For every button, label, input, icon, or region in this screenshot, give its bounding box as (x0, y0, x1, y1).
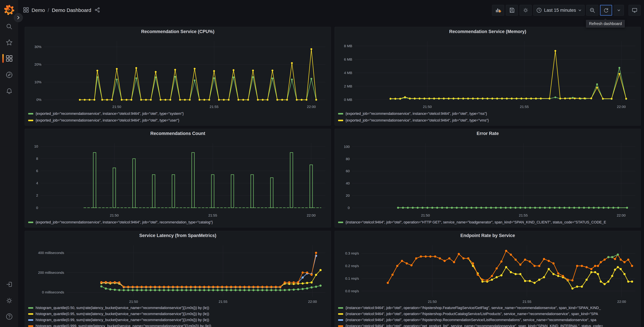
active-nav-indicator (2, 54, 4, 63)
legend-item[interactable]: histogram_quantile(0.999, sum(rate(laten… (28, 323, 329, 327)
svg-text:400 milliseconds: 400 milliseconds (38, 251, 64, 255)
legend-swatch (28, 120, 33, 121)
legend-label: {exported_job="recommendationservice", i… (346, 118, 489, 122)
breadcrumb-current-page: Demo Dashboard (52, 8, 91, 13)
refresh-dashboard-button[interactable] (600, 5, 612, 16)
alerting-bell-icon[interactable] (5, 87, 13, 95)
svg-text:22:00: 22:00 (308, 300, 317, 304)
panel-title[interactable]: Service Latency (from SpanMetrics) (25, 233, 331, 238)
refresh-icon (603, 8, 609, 13)
cycle-view-mode-button[interactable] (628, 5, 641, 16)
svg-text:200 milliseconds: 200 milliseconds (38, 270, 64, 274)
svg-text:21:55: 21:55 (210, 105, 218, 108)
search-icon[interactable] (5, 23, 13, 30)
cpu-chart[interactable]: 21:5021:5522:000%10%20%30% (26, 36, 330, 110)
svg-text:21:50: 21:50 (129, 300, 138, 304)
dashboards-breadcrumb-icon[interactable] (23, 7, 29, 14)
panel-title[interactable]: Recommendation Service (CPU%) (25, 29, 331, 34)
chevron-down-icon (617, 8, 621, 12)
svg-text:10: 10 (34, 144, 38, 148)
grafana-logo[interactable] (4, 4, 15, 16)
svg-text:0%: 0% (36, 98, 42, 102)
svg-text:6 MB: 6 MB (344, 58, 352, 61)
legend-label: histogram_quantile(0.99, sum(rate(latenc… (36, 318, 209, 322)
panel-endpoint-rate: Endpoint Rate by Service 21:5021:5522:00… (334, 231, 641, 327)
svg-text:100: 100 (344, 145, 350, 148)
svg-text:21:50: 21:50 (423, 105, 432, 108)
svg-text:8 MB: 8 MB (344, 44, 352, 48)
legend-label: {instance="otelcol:9464", job="otel", op… (346, 324, 603, 327)
panel-title[interactable]: Endpoint Rate by Service (335, 233, 641, 238)
svg-text:20: 20 (346, 194, 350, 198)
memory-chart[interactable]: 21:5021:5522:000 MB2 MB4 MB6 MB8 MB (336, 36, 640, 110)
panel-title[interactable]: Recommendation Service (Memory) (335, 29, 641, 34)
admin-gear-icon[interactable] (5, 297, 13, 304)
svg-text:0 MB: 0 MB (344, 98, 352, 102)
legend-label: {instance="otelcol:9464", job="otel", op… (346, 312, 598, 316)
legend-item[interactable]: histogram_quantile(0.99, sum(rate(latenc… (28, 317, 329, 323)
panel-title[interactable]: Error Rate (335, 131, 641, 136)
svg-text:21:55: 21:55 (519, 213, 528, 217)
time-range-picker[interactable]: Last 15 minutes (533, 5, 584, 16)
legend-swatch (28, 319, 33, 321)
help-icon[interactable] (5, 313, 13, 320)
recommendations-count-chart[interactable]: 21:5021:5522:000246810 (26, 138, 330, 218)
legend-item[interactable]: histogram_quantile(0.50, sum(rate(latenc… (28, 305, 329, 311)
dashboards-grid-icon[interactable] (5, 54, 13, 62)
explore-compass-icon[interactable] (5, 71, 13, 79)
svg-text:22:00: 22:00 (307, 213, 316, 217)
expand-sidebar-button[interactable] (14, 13, 23, 22)
legend-swatch (338, 313, 343, 315)
svg-text:0 milliseconds: 0 milliseconds (42, 290, 64, 294)
refresh-interval-dropdown[interactable] (614, 5, 624, 16)
sidebar (0, 0, 18, 327)
svg-text:0.2 req/s: 0.2 req/s (345, 264, 359, 268)
legend-item[interactable]: {instance="otelcol:9464", job="otel", op… (338, 317, 639, 323)
svg-text:4: 4 (36, 181, 38, 185)
panel-error-rate: Error Rate 21:5021:5522:00020406080100 {… (334, 129, 641, 228)
legend-item[interactable]: {instance="otelcol:9464", job="otel", op… (338, 305, 639, 311)
legend-item[interactable]: {exported_job="recommendationservice", i… (28, 219, 329, 226)
legend-label: histogram_quantile(0.999, sum(rate(laten… (36, 324, 211, 327)
svg-text:8: 8 (36, 156, 38, 160)
legend-item[interactable]: {instance="otelcol:9464", job="otel", op… (338, 323, 639, 327)
legend-item[interactable]: {exported_job="recommendationservice", i… (28, 117, 329, 124)
dashboard-settings-button[interactable] (520, 5, 532, 16)
legend-item[interactable]: {exported_job="recommendationservice", i… (338, 117, 639, 124)
zoom-out-button[interactable] (586, 5, 598, 16)
svg-text:22:00: 22:00 (617, 213, 626, 217)
breadcrumb-root-link[interactable]: Demo (32, 8, 45, 13)
save-dashboard-button[interactable] (506, 5, 518, 16)
svg-text:20%: 20% (34, 62, 42, 66)
share-dashboard-icon[interactable] (95, 7, 100, 13)
legend-swatch (28, 222, 33, 223)
panel-legend: {exported_job="recommendationservice", i… (28, 219, 329, 226)
legend-swatch (28, 113, 33, 114)
svg-text:2 MB: 2 MB (344, 84, 352, 88)
legend-item[interactable]: {instance="otelcol:9464", job="otel", op… (338, 219, 639, 226)
error-rate-chart[interactable]: 21:5021:5522:00020406080100 (336, 138, 640, 218)
legend-item[interactable]: {instance="otelcol:9464", job="otel", op… (338, 311, 639, 317)
legend-swatch (338, 222, 343, 223)
add-panel-button[interactable] (492, 5, 504, 16)
legend-label: histogram_quantile(0.50, sum(rate(latenc… (36, 306, 209, 310)
legend-item[interactable]: {exported_job="recommendationservice", i… (338, 110, 639, 117)
panel-title[interactable]: Recommendations Count (25, 131, 331, 136)
legend-swatch (28, 325, 33, 327)
legend-swatch (338, 120, 343, 121)
endpoint-rate-chart[interactable]: 21:5021:5522:000.0 req/s0.1 req/s0.2 req… (336, 240, 640, 304)
sign-in-icon[interactable] (5, 280, 13, 288)
svg-text:21:50: 21:50 (421, 213, 430, 217)
svg-text:0: 0 (348, 206, 350, 210)
svg-text:40: 40 (346, 181, 350, 185)
legend-swatch (338, 113, 343, 114)
svg-text:30%: 30% (34, 45, 42, 49)
panel-legend: {instance="otelcol:9464", job="otel", op… (338, 305, 639, 327)
legend-label: {exported_job="recommendationservice", i… (36, 220, 213, 224)
legend-swatch (28, 307, 33, 309)
service-latency-chart[interactable]: 21:5021:5522:000 milliseconds200 millise… (26, 240, 330, 304)
svg-text:21:55: 21:55 (520, 105, 529, 108)
legend-item[interactable]: histogram_quantile(0.95, sum(rate(latenc… (28, 311, 329, 317)
legend-item[interactable]: {exported_job="recommendationservice", i… (28, 110, 329, 117)
starred-icon[interactable] (5, 38, 13, 46)
